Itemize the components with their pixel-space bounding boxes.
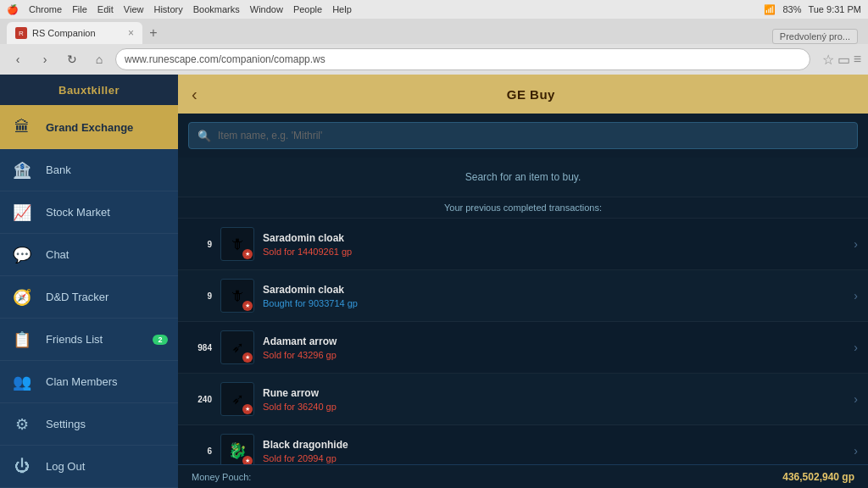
home-button[interactable]: ⌂ [88, 48, 110, 70]
sidebar-label-friends-list: Friends List [46, 333, 103, 346]
transaction-list: 9 🗡 ★ Saradomin cloak Sold for 14409261 … [178, 219, 868, 464]
item-price: Bought for 9033714 gp [263, 298, 845, 308]
item-quantity: 9 [188, 291, 212, 301]
row-chevron-icon: › [854, 289, 858, 302]
row-chevron-icon: › [854, 392, 858, 406]
sidebar-icon-clan-members: 👥 [10, 370, 34, 394]
menu-icon[interactable]: ≡ [854, 52, 861, 68]
tab-favicon: R [15, 27, 27, 39]
item-info: Rune arrow Sold for 36240 gp [263, 387, 845, 412]
row-chevron-icon: › [854, 444, 858, 458]
browser-tab-active[interactable]: R RS Companion × [7, 22, 142, 44]
bookmark-star-icon[interactable]: ☆ [822, 52, 834, 68]
item-badge-icon: ★ [242, 249, 253, 259]
people-menu[interactable]: People [293, 4, 322, 15]
bookmarks-menu[interactable]: Bookmarks [193, 4, 240, 15]
forward-button[interactable]: › [34, 48, 56, 70]
row-chevron-icon: › [854, 341, 858, 354]
sidebar-item-friends-list[interactable]: 📋Friends List2 [0, 319, 178, 361]
search-bar-container: 🔍 Item name, e.g. 'Mithril' [178, 114, 868, 158]
sidebar-item-dd-tracker[interactable]: 🧭D&D Tracker [0, 276, 178, 319]
browser-chrome: R RS Companion × + Predvolený pro... ‹ ›… [0, 19, 868, 75]
transaction-row[interactable]: 240 ➶ ★ Rune arrow Sold for 36240 gp › [178, 374, 868, 425]
tab-close-button[interactable]: × [128, 27, 134, 39]
battery-status: 83% [782, 4, 801, 15]
sidebar-label-grand-exchange: Grand Exchange [46, 121, 133, 134]
sidebar-icon-stock-market: 📈 [10, 201, 34, 225]
transaction-row[interactable]: 984 ➶ ★ Adamant arrow Sold for 43296 gp … [178, 322, 868, 374]
nav-icons: ☆ ▭ ≡ [822, 52, 861, 68]
sidebar-icon-grand-exchange: 🏛 [10, 116, 34, 140]
item-badge-icon: ★ [242, 404, 253, 414]
chrome-menu[interactable]: Chrome [29, 4, 62, 15]
reload-button[interactable]: ↻ [61, 48, 83, 70]
item-icon-box: ➶ ★ [220, 330, 254, 364]
money-pouch-label: Money Pouch: [192, 472, 251, 482]
sidebar-item-settings[interactable]: ⚙Settings [0, 403, 178, 446]
search-placeholder: Item name, e.g. 'Mithril' [218, 130, 322, 141]
item-info: Adamant arrow Sold for 43296 gp [263, 336, 845, 360]
app-container: Bauxtkiller 🏛Grand Exchange🏦Bank📈Stock M… [0, 75, 868, 488]
edit-menu[interactable]: Edit [97, 4, 114, 15]
item-info: Black dragonhide Sold for 20994 gp [263, 439, 845, 463]
address-text: www.runescape.com/companion/comapp.ws [125, 53, 326, 65]
view-menu[interactable]: View [124, 4, 144, 15]
screen-icon[interactable]: ▭ [837, 52, 850, 68]
sidebar-icon-settings: ⚙ [10, 413, 34, 436]
sidebar: Bauxtkiller 🏛Grand Exchange🏦Bank📈Stock M… [0, 75, 178, 488]
sidebar-icon-bank: 🏦 [10, 158, 34, 182]
sidebar-label-chat: Chat [46, 248, 69, 261]
transaction-row[interactable]: 9 🗡 ★ Saradomin cloak Sold for 14409261 … [178, 219, 868, 270]
item-price: Sold for 20994 gp [263, 453, 845, 463]
search-bar[interactable]: 🔍 Item name, e.g. 'Mithril' [188, 122, 858, 149]
item-badge-icon: ★ [242, 456, 253, 464]
dropdown-label[interactable]: Predvolený pro... [772, 29, 858, 44]
content-header: ‹ GE Buy [178, 75, 868, 114]
item-price: Sold for 43296 gp [263, 350, 845, 360]
sidebar-badge-friends-list: 2 [153, 335, 168, 345]
sidebar-item-chat[interactable]: 💬Chat [0, 234, 178, 276]
new-tab-button[interactable]: + [142, 22, 164, 44]
back-button[interactable]: ‹ [7, 48, 29, 70]
sidebar-item-log-out[interactable]: ⏻Log Out [0, 446, 178, 488]
transaction-row[interactable]: 6 🐉 ★ Black dragonhide Sold for 20994 gp… [178, 425, 868, 464]
sidebar-item-stock-market[interactable]: 📈Stock Market [0, 191, 178, 234]
os-menu-left: 🍎 Chrome File Edit View History Bookmark… [7, 4, 352, 15]
help-menu[interactable]: Help [332, 4, 352, 15]
content-back-button[interactable]: ‹ [192, 85, 198, 104]
sidebar-icon-chat: 💬 [10, 243, 34, 267]
clock: Tue 9:31 PM [808, 4, 861, 15]
sidebar-label-log-out: Log Out [46, 460, 85, 473]
nav-bar: ‹ › ↻ ⌂ www.runescape.com/companion/coma… [0, 44, 868, 75]
sidebar-icon-dd-tracker: 🧭 [10, 286, 34, 309]
history-menu[interactable]: History [153, 4, 182, 15]
sidebar-item-grand-exchange[interactable]: 🏛Grand Exchange [0, 107, 178, 149]
file-menu[interactable]: File [72, 4, 87, 15]
item-price: Sold for 14409261 gp [263, 247, 845, 257]
transaction-row[interactable]: 9 🗡 ★ Saradomin cloak Bought for 9033714… [178, 270, 868, 322]
item-badge-icon: ★ [242, 352, 253, 363]
apple-menu[interactable]: 🍎 [7, 4, 19, 15]
sidebar-username: Bauxtkiller [58, 84, 120, 97]
main-content: ‹ GE Buy 🔍 Item name, e.g. 'Mithril' Sea… [178, 75, 868, 488]
sidebar-item-clan-members[interactable]: 👥Clan Members [0, 361, 178, 403]
item-name: Saradomin cloak [263, 284, 845, 296]
address-bar[interactable]: www.runescape.com/companion/comapp.ws [115, 48, 810, 70]
sidebar-header: Bauxtkiller [0, 75, 178, 107]
os-menu-bar: 🍎 Chrome File Edit View History Bookmark… [0, 0, 868, 19]
row-chevron-icon: › [854, 237, 858, 251]
window-menu[interactable]: Window [250, 4, 283, 15]
footer-bar: Money Pouch: 436,502,940 gp [178, 464, 868, 488]
item-quantity: 9 [188, 240, 212, 249]
item-icon-box: 🗡 ★ [220, 279, 254, 313]
item-name: Black dragonhide [263, 439, 845, 451]
os-menu-right: 📶 83% Tue 9:31 PM [764, 4, 861, 15]
item-name: Saradomin cloak [263, 232, 845, 244]
money-pouch-amount: 436,502,940 gp [782, 471, 854, 483]
sidebar-label-stock-market: Stock Market [46, 206, 110, 219]
tab-title: RS Companion [32, 28, 96, 38]
sidebar-label-dd-tracker: D&D Tracker [46, 291, 108, 303]
item-quantity: 240 [188, 395, 212, 404]
prev-transactions-label: Your previous completed transactions: [178, 197, 868, 219]
sidebar-item-bank[interactable]: 🏦Bank [0, 149, 178, 191]
